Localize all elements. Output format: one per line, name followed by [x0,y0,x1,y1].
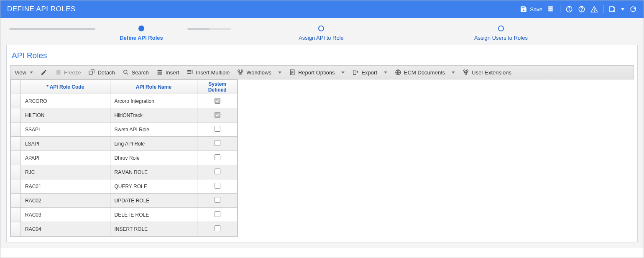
step-label: Define API Roles [95,35,187,41]
cell-api-role-code[interactable]: RAC01 [20,179,110,194]
chevron-down-icon [452,72,455,74]
table-row[interactable]: LSAPILing API Role [11,137,238,151]
cell-api-role-code[interactable]: RJC [20,165,110,179]
step-define-api-roles[interactable]: Define API Roles [95,23,187,41]
step-dot-icon [318,26,324,31]
workflows-label: Workflows [246,69,271,76]
help-icon[interactable] [578,5,585,13]
cell-api-role-code[interactable]: LSAPI [20,137,110,151]
cell-api-role-name[interactable]: INSERT ROLE [110,222,197,236]
separator [603,5,603,13]
row-selector[interactable] [11,108,21,123]
svg-rect-14 [157,74,162,75]
user-extensions-button[interactable]: User Extensions [463,69,511,76]
cell-api-role-name[interactable]: Sweta API Role [110,123,197,137]
col-label: SystemDefined [202,81,233,93]
table-row[interactable]: SSAPISweta API Role [11,123,238,137]
user-extensions-label: User Extensions [472,69,511,76]
refresh-icon[interactable] [629,5,637,13]
cell-system-defined[interactable] [197,137,238,151]
insert-multiple-button[interactable]: Insert Multiple [187,69,230,76]
search-button[interactable]: Search [123,69,149,76]
cell-api-role-code[interactable]: RAC02 [20,194,110,208]
cell-api-role-code[interactable]: RAC03 [20,208,110,222]
col-api-role-code[interactable]: * API Role Code [20,80,110,94]
cell-system-defined[interactable] [197,165,238,179]
cell-api-role-name[interactable]: Dhruv Role [110,151,197,165]
workflows-menu[interactable]: Workflows [237,69,281,76]
cell-api-role-name[interactable]: UPDATE ROLE [110,194,197,208]
step-app-registration[interactable]: App Registration [635,23,644,41]
detach-button[interactable]: Detach [88,69,115,76]
svg-rect-17 [187,73,191,74]
cell-system-defined[interactable] [197,108,238,123]
step-api-program-security-bypass[interactable]: API Program Security Bypass [0,23,9,41]
cell-system-defined[interactable] [197,123,238,137]
svg-point-20 [241,70,243,72]
row-selector[interactable] [11,151,21,165]
row-selector[interactable] [11,222,21,236]
row-selector[interactable] [11,208,21,222]
view-menu[interactable]: View [15,69,33,76]
notes-icon[interactable] [608,5,616,13]
table-row[interactable]: ARCOROArcoro Integration [11,94,238,108]
col-system-defined[interactable]: SystemDefined [197,80,238,94]
save-exit-icon[interactable] [547,5,555,13]
cell-api-role-name[interactable]: RAMAN ROLE [110,165,197,179]
cell-api-role-code[interactable]: RAC04 [20,222,110,236]
detach-icon [88,69,95,76]
cell-system-defined[interactable] [197,222,238,236]
cell-system-defined[interactable] [197,151,238,165]
cell-system-defined[interactable] [197,94,238,108]
svg-point-29 [467,70,468,72]
export-menu[interactable]: Export [352,69,387,76]
cell-api-role-name[interactable]: Ling API Role [110,137,197,151]
row-selector[interactable] [11,194,21,208]
edit-tool-button[interactable] [41,69,47,76]
table-row[interactable]: RAC01QUERY ROLE [11,179,238,194]
ecm-icon [395,69,401,76]
actions-dropdown[interactable] [621,8,624,10]
table-row[interactable]: HILTIONHiltiONTrack [11,108,238,123]
table-row[interactable]: RAC04INSERT ROLE [11,222,238,236]
chevron-down-icon [278,72,281,74]
cell-api-role-name[interactable]: QUERY ROLE [110,179,197,194]
table-row[interactable]: RAC02UPDATE ROLE [11,194,238,208]
table-row[interactable]: RAC03DELETE ROLE [11,208,238,222]
svg-rect-9 [89,71,92,74]
cell-api-role-name[interactable]: DELETE ROLE [110,208,197,222]
row-selector[interactable] [11,179,21,194]
warning-icon[interactable] [590,5,598,13]
insert-button[interactable]: Insert [156,69,179,76]
row-selector[interactable] [11,137,21,151]
report-options-menu[interactable]: Report Options [289,69,345,76]
col-api-role-name[interactable]: API Role Name [110,80,197,94]
cell-api-role-code[interactable]: APAPI [20,151,110,165]
cell-system-defined[interactable] [197,179,238,194]
chevron-down-icon [621,8,624,10]
edit-icon [41,69,47,76]
checkbox-icon [215,169,220,174]
col-label: API Role Name [115,84,193,90]
row-selector[interactable] [11,165,21,179]
table-row[interactable]: RJCRAMAN ROLE [11,165,238,179]
row-selector[interactable] [11,94,21,108]
report-options-label: Report Options [298,69,335,76]
cell-api-role-name[interactable]: Arcoro Integration [110,94,197,108]
info-icon[interactable] [565,5,573,13]
table-row[interactable]: APAPIDhruv Role [11,151,238,165]
ecm-documents-menu[interactable]: ECM Documents [395,69,455,76]
freeze-button[interactable]: Freeze [55,69,81,76]
col-label: * API Role Code [25,84,106,90]
row-selector[interactable] [11,123,21,137]
cell-api-role-name[interactable]: HiltiONTrack [110,108,197,123]
cell-system-defined[interactable] [197,194,238,208]
step-assign-users-to-roles[interactable]: Assign Users to Roles [455,23,547,41]
cell-system-defined[interactable] [197,208,238,222]
insert-multiple-icon [187,69,193,76]
step-assign-api-to-role[interactable]: Assign API to Role [275,23,367,41]
cell-api-role-code[interactable]: SSAPI [20,123,110,137]
cell-api-role-code[interactable]: HILTION [20,108,110,123]
save-button[interactable]: Save [520,5,542,13]
cell-api-role-code[interactable]: ARCORO [20,94,110,108]
